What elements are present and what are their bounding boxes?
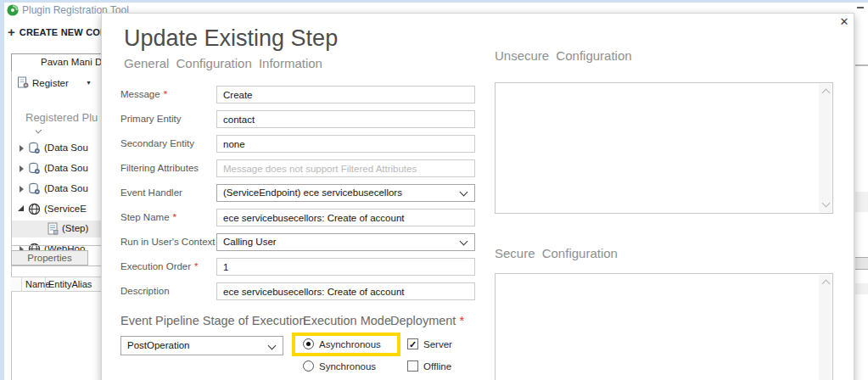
properties-tab[interactable]: Properties [11, 250, 88, 265]
tree-item-label: (Step) [62, 223, 88, 233]
server-checkbox[interactable]: ✓ [407, 338, 418, 349]
filtering-attributes-input[interactable] [216, 159, 475, 177]
chevron-down-icon [460, 238, 468, 246]
create-new-connection-label: CREATE NEW CON [20, 27, 107, 37]
message-label: Message* [120, 89, 167, 99]
event-pipeline-stage-label: Event Pipeline Stage of Execution [120, 314, 305, 327]
expander-collapsed-icon[interactable] [20, 186, 24, 193]
description-input[interactable] [216, 282, 475, 300]
tree-item-step[interactable]: (Step) [12, 221, 101, 238]
description-label: Description [120, 286, 170, 296]
tree-item-data-source-2[interactable]: (Data Sou [12, 160, 101, 177]
step-name-input[interactable] [216, 209, 475, 226]
unsecure-configuration-heading: Unsecure Configuration [495, 48, 632, 63]
data-source-icon [28, 142, 41, 154]
execution-order-input[interactable] [216, 258, 475, 276]
chevron-down-icon [460, 188, 468, 197]
required-asterisk: * [459, 314, 464, 327]
secondary-entity-input[interactable] [216, 135, 475, 153]
expander-collapsed-icon[interactable] [20, 145, 24, 152]
window-border-left [0, 0, 4, 380]
expander-expanded-icon[interactable] [18, 205, 24, 211]
tree-item-service-endpoint[interactable]: (ServiceE [12, 201, 101, 218]
tree-item-data-source-3[interactable]: (Data Sou [12, 181, 101, 198]
grid-header-entityalias[interactable]: EntityAlias [48, 279, 92, 289]
grid-column-divider [45, 277, 46, 292]
primary-entity-input[interactable] [216, 110, 475, 128]
plugin-tool-app-icon [7, 4, 19, 16]
step-name-label: Step Name* [120, 212, 176, 222]
run-in-users-context-select[interactable]: Calling User [216, 233, 475, 251]
chevron-down-icon [268, 342, 277, 350]
filtering-attributes-label: Filtering Attributes [120, 163, 199, 173]
create-new-connection-button[interactable]: +CREATE NEW CON [8, 24, 107, 37]
background-fragment [855, 64, 868, 66]
partial-tree-item [36, 130, 42, 136]
message-input[interactable] [216, 86, 475, 103]
background-fragment [855, 192, 868, 212]
secondary-entity-label: Secondary Entity [120, 138, 194, 148]
server-label: Server [423, 339, 452, 349]
expander-collapsed-icon[interactable] [20, 165, 24, 172]
connection-tab-label: Pavan Mani De [41, 57, 108, 67]
register-dropdown-caret-icon[interactable]: ▼ [86, 80, 92, 86]
properties-grid-header: Name EntityAlias [11, 277, 101, 292]
deployment-label: Deployment* [390, 314, 464, 327]
tree-item-label: (Data Sou [44, 163, 88, 173]
dialog-title: Update Existing Step [124, 25, 338, 52]
required-asterisk: * [173, 212, 176, 222]
panel-divider [11, 265, 101, 266]
tree-item-label: (Data Sou [44, 183, 88, 193]
step-icon [47, 222, 59, 235]
scrollbar[interactable] [819, 275, 832, 380]
synchronous-radio[interactable] [303, 360, 314, 372]
tree-item-label: (Data Sou [44, 142, 88, 153]
run-in-users-context-value: Calling User [223, 237, 277, 247]
offline-label: Offline [423, 361, 451, 372]
tree-item-label: (ServiceE [44, 204, 87, 214]
grid-header-name[interactable]: Name [25, 279, 50, 289]
offline-checkbox[interactable] [407, 360, 418, 372]
window-border-top [0, 0, 868, 3]
register-button-label: Register [32, 78, 69, 88]
execution-mode-label: Execution Mode [303, 314, 391, 327]
background-fragment [855, 257, 868, 270]
secure-config-textarea[interactable] [495, 273, 833, 380]
pipeline-stage-select[interactable]: PostOperation [120, 336, 283, 355]
data-source-icon [28, 182, 41, 195]
plus-icon: + [8, 25, 15, 39]
screen: Plugin Registration Tool +CREATE NEW CON… [0, 0, 868, 380]
tree-item-data-source-1[interactable]: (Data Sou [12, 140, 101, 157]
event-handler-value: (ServiceEndpoint) ece servicebusecellors [223, 187, 402, 198]
event-handler-label: Event Handler [120, 187, 182, 198]
execution-order-label: Execution Order* [120, 261, 199, 271]
register-icon [17, 76, 30, 89]
minimize-icon[interactable] [857, 7, 864, 8]
unsecure-config-textarea[interactable] [495, 82, 833, 214]
asynchronous-label: Asynchronous [319, 339, 381, 349]
required-asterisk: * [164, 89, 167, 99]
synchronous-label: Synchronous [319, 361, 376, 372]
data-source-icon [28, 162, 41, 175]
required-asterisk: * [194, 261, 198, 271]
pipeline-stage-value: PostOperation [127, 340, 190, 350]
scrollbar[interactable] [819, 84, 832, 212]
event-handler-select[interactable]: (ServiceEndpoint) ece servicebusecellors [216, 184, 475, 202]
general-configuration-heading: General Configuration Information [124, 56, 322, 70]
primary-entity-label: Primary Entity [120, 114, 182, 124]
panel-divider [11, 245, 101, 246]
run-in-users-context-label: Run in User's Context [120, 237, 216, 247]
asynchronous-radio[interactable] [303, 338, 314, 349]
grid-column-divider [21, 277, 22, 292]
service-endpoint-icon [28, 203, 41, 215]
registered-plugins-heading: Registered Plu [25, 111, 98, 124]
background-fragment [855, 283, 868, 294]
close-icon[interactable]: ✕ [837, 14, 852, 30]
secure-configuration-heading: Secure Configuration [495, 246, 618, 260]
